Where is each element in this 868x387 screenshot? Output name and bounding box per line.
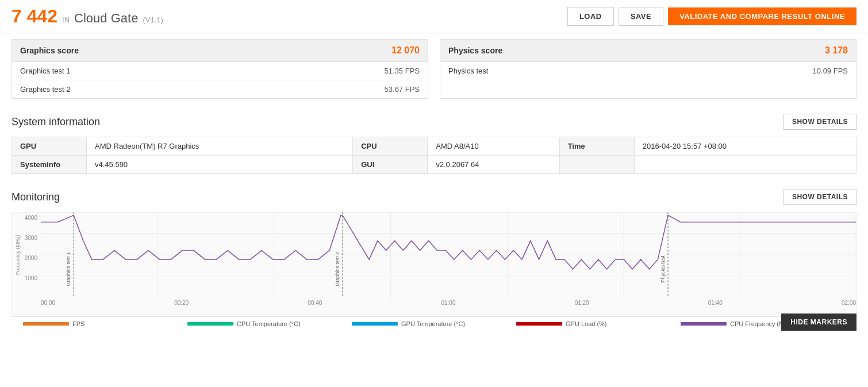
header-buttons: LOAD SAVE VALIDATE AND COMPARE RESULT ON… xyxy=(567,7,857,26)
graphics-score-header: Graphics score 12 070 xyxy=(12,40,428,62)
cpu-value: AMD A8/A10 xyxy=(428,137,559,156)
y-label-4000: 4000 xyxy=(25,215,37,221)
physics-score-value: 3 178 xyxy=(825,45,848,56)
cpu-label: CPU xyxy=(353,137,428,156)
y-label-3000: 3000 xyxy=(25,235,37,241)
gpu-temp-label: GPU Temperature (°C) xyxy=(401,320,465,327)
gui-value: v2.0.2067 64 xyxy=(428,156,559,174)
physics-score-header: Physics score 3 178 xyxy=(440,40,856,62)
system-info-table: GPU AMD Radeon(TM) R7 Graphics CPU AMD A… xyxy=(11,137,857,174)
svg-text:Graphics test 2: Graphics test 2 xyxy=(335,252,340,287)
fps-label: FPS xyxy=(72,320,85,327)
save-button[interactable]: SAVE xyxy=(619,7,663,26)
gpu-temp-color xyxy=(352,322,398,326)
x-axis: 00:00 00:20 00:40 01:00 01:20 01:40 02:0… xyxy=(41,297,856,315)
cpu-freq-color xyxy=(681,322,727,326)
graphics-score-value: 12 070 xyxy=(391,45,420,56)
graphics-score-title: Graphics score xyxy=(20,46,79,55)
y-label-2000: 2000 xyxy=(25,255,37,261)
cpu-temp-color xyxy=(187,322,233,326)
legend-fps: FPS xyxy=(23,320,187,327)
load-button[interactable]: LOAD xyxy=(567,7,614,26)
legend-gpu-load: GPU Load (%) xyxy=(516,320,681,327)
systeminfo-value: v4.45.590 xyxy=(87,156,353,174)
sysinfo-row-1: GPU AMD Radeon(TM) R7 Graphics CPU AMD A… xyxy=(12,137,857,156)
hide-markers-button[interactable]: HIDE MARKERS xyxy=(781,314,857,331)
chart-svg: Graphics test 1 Graphics test 2 Physics … xyxy=(41,212,856,297)
score-area: 7 442 IN Cloud Gate (V1.1) xyxy=(11,6,567,27)
cpu-temp-label: CPU Temperature (°C) xyxy=(237,320,301,327)
systeminfo-label: SystemInfo xyxy=(12,156,87,174)
scores-section: Graphics score 12 070 Graphics test 1 51… xyxy=(0,33,868,105)
gpu-value: AMD Radeon(TM) R7 Graphics xyxy=(87,137,353,156)
physics-score-title: Physics score xyxy=(448,46,502,55)
fps-color xyxy=(23,322,69,326)
sysinfo-row-2: SystemInfo v4.45.590 GUI v2.0.2067 64 xyxy=(12,156,857,174)
graphics-test-1-value: 51.35 FPS xyxy=(385,67,420,75)
header: 7 442 IN Cloud Gate (V1.1) LOAD SAVE VAL… xyxy=(0,0,868,33)
system-info-show-details-button[interactable]: SHOW DETAILS xyxy=(783,114,857,130)
y-axis-label-container: Frequency (MHz) xyxy=(13,212,22,297)
svg-text:Physics test: Physics test xyxy=(660,255,666,282)
score-in-label: IN xyxy=(62,16,70,24)
gpu-load-label: GPU Load (%) xyxy=(566,320,607,327)
graphics-test-1-row: Graphics test 1 51.35 FPS xyxy=(12,62,428,80)
gpu-load-color xyxy=(516,322,562,326)
graphics-test-1-label: Graphics test 1 xyxy=(20,67,70,75)
gpu-label: GPU xyxy=(12,137,87,156)
time-label: Time xyxy=(559,137,634,156)
empty-label xyxy=(559,156,634,174)
legend-bar: FPS CPU Temperature (°C) GPU Temperature… xyxy=(11,316,857,331)
time-value: 2016-04-20 15:57 +08:00 xyxy=(634,137,856,156)
x-label-0040: 00:40 xyxy=(308,300,322,306)
gui-label: GUI xyxy=(353,156,428,174)
system-information-section: System information SHOW DETAILS GPU AMD … xyxy=(0,105,868,180)
y-label-1000: 1000 xyxy=(25,275,37,281)
x-label-0100: 01:00 xyxy=(441,300,455,306)
empty-value xyxy=(634,156,856,174)
validate-button[interactable]: VALIDATE AND COMPARE RESULT ONLINE xyxy=(668,7,857,25)
system-info-title: System information xyxy=(11,116,100,128)
benchmark-version: (V1.1) xyxy=(143,16,163,24)
physics-test-value: 10.09 FPS xyxy=(813,67,848,75)
legend-gpu-temp: GPU Temperature (°C) xyxy=(352,320,516,327)
graphics-test-2-row: Graphics test 2 53.67 FPS xyxy=(12,80,428,98)
physics-score-card: Physics score 3 178 Physics test 10.09 F… xyxy=(440,39,857,99)
monitoring-chart: 4000 3000 2000 1000 Frequency (MHz) xyxy=(11,212,857,315)
svg-text:Graphics test 1: Graphics test 1 xyxy=(66,252,71,287)
x-label-0000: 00:00 xyxy=(41,300,55,306)
system-info-header: System information SHOW DETAILS xyxy=(11,114,857,130)
graphics-test-2-value: 53.67 FPS xyxy=(385,85,420,94)
bottom-area: FPS CPU Temperature (°C) GPU Temperature… xyxy=(11,316,857,331)
graphics-test-2-label: Graphics test 2 xyxy=(20,85,70,94)
monitoring-show-details-button[interactable]: SHOW DETAILS xyxy=(783,189,857,205)
x-label-0020: 00:20 xyxy=(174,300,189,306)
physics-test-row: Physics test 10.09 FPS xyxy=(440,62,856,80)
x-label-0140: 01:40 xyxy=(708,300,723,306)
physics-test-label: Physics test xyxy=(448,67,488,75)
monitoring-section: Monitoring SHOW DETAILS 4000 3000 2000 1… xyxy=(0,180,868,331)
x-label-0120: 01:20 xyxy=(575,300,589,306)
benchmark-title: Cloud Gate xyxy=(74,11,138,26)
monitoring-title: Monitoring xyxy=(11,191,60,203)
graphics-score-card: Graphics score 12 070 Graphics test 1 51… xyxy=(11,39,428,99)
x-label-0200: 02:00 xyxy=(842,300,856,306)
score-number: 7 442 xyxy=(11,6,57,27)
legend-cpu-temp: CPU Temperature (°C) xyxy=(187,320,352,327)
monitoring-header: Monitoring SHOW DETAILS xyxy=(11,189,857,205)
y-axis-label: Frequency (MHz) xyxy=(15,235,21,275)
